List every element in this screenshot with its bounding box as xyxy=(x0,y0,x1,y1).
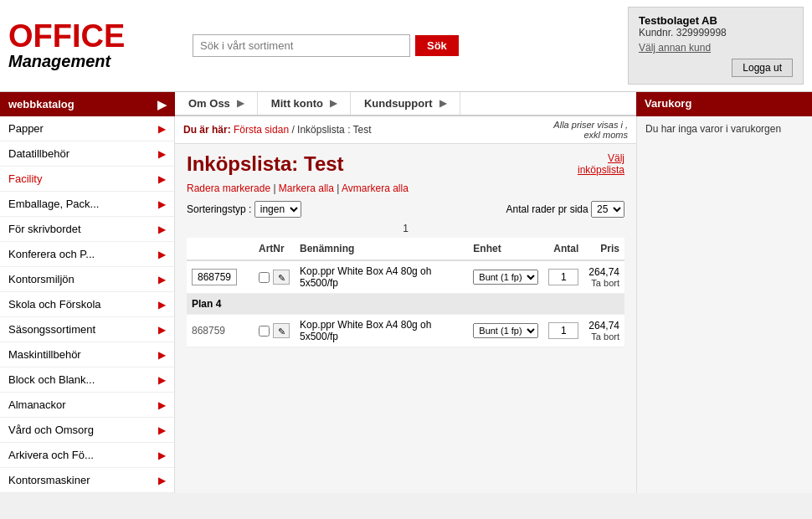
pagination: 1 xyxy=(187,223,624,234)
search-area: Sök xyxy=(176,34,619,57)
col-antal: Antal xyxy=(543,238,583,260)
row2-remove-link[interactable]: Ta bort xyxy=(588,331,619,342)
select-list-link[interactable]: Välj inköpslista xyxy=(578,152,624,176)
sidebar-item-datatillbehor[interactable]: Datatillbehör ▶ xyxy=(0,141,174,167)
breadcrumb-left: Du är här: Första sidan / Inköpslista : … xyxy=(183,124,372,136)
row2-price: 264,74 xyxy=(588,320,619,331)
logout-button[interactable]: Logga ut xyxy=(732,59,793,77)
row1-checkbox[interactable] xyxy=(259,272,270,283)
row1-name: Kop.ppr White Box A4 80g oh 5x500/fp xyxy=(295,260,468,294)
user-switch-link[interactable]: Välj annan kund xyxy=(639,42,793,54)
rows-label: Antal rader pr sida xyxy=(506,203,588,215)
sidebar-item-skrivbordet[interactable]: För skrivbordet ▶ xyxy=(0,217,174,242)
row2-price-cell: 264,74 Ta bort xyxy=(583,315,624,347)
nav-arrow-om-oss: ▶ xyxy=(237,98,244,109)
row2-checkbox-cell: ✎ xyxy=(254,315,295,347)
plan-label: Plan 4 xyxy=(187,294,624,315)
row2-edit-icon[interactable]: ✎ xyxy=(273,323,290,338)
row2-artnr: 868759 xyxy=(192,325,225,337)
nav-item-om-oss[interactable]: Om Oss ▶ xyxy=(175,92,258,115)
row2-unit-cell: Bunt (1 fp) xyxy=(468,315,543,347)
logo-mgmt: Management xyxy=(8,52,176,71)
sidebar-arrow: ▶ xyxy=(158,349,166,361)
sidebar-item-maskintillbehor[interactable]: Maskintillbehör ▶ xyxy=(0,342,174,367)
breadcrumb-second: Inköpslista xyxy=(297,124,345,136)
sort-label: Sorteringstyp : xyxy=(187,203,251,215)
col-artnr xyxy=(187,238,254,260)
row1-price: 264,74 xyxy=(588,266,619,278)
nav-item-mitt-konto[interactable]: Mitt konto ▶ xyxy=(258,92,351,115)
rows-select[interactable]: 25 xyxy=(591,201,624,218)
sidebar: Papper ▶ Datatillbehör ▶ Facility ▶ Emba… xyxy=(0,116,175,493)
search-input[interactable] xyxy=(193,34,410,57)
content-header: Inköpslista: Test Välj inköpslista xyxy=(187,152,624,176)
row1-artnr-box: 868759 xyxy=(192,269,237,285)
nav-arrow-kundsupport: ▶ xyxy=(439,98,446,109)
logo-office: OFFICE xyxy=(8,20,176,52)
page-title: Inköpslista: Test xyxy=(187,152,344,176)
deselect-all-link[interactable]: Avmarkera alla xyxy=(342,182,409,194)
table-row: 868759 ✎ Kop.ppr White Box A4 80g oh 5x5… xyxy=(187,315,624,347)
nav-item-kundsupport[interactable]: Kundsupport ▶ xyxy=(351,92,460,115)
sidebar-item-block[interactable]: Block och Blank... ▶ xyxy=(0,367,174,393)
row1-remove-link[interactable]: Ta bort xyxy=(588,278,619,288)
header: OFFICE Management Sök Testbolaget AB Kun… xyxy=(0,0,812,92)
sidebar-arrow: ▶ xyxy=(158,475,166,486)
row1-qty-cell xyxy=(543,260,583,294)
delete-selected-link[interactable]: Radera markerade xyxy=(187,182,270,194)
breadcrumb-du-ar-har: Du är här: xyxy=(183,124,231,136)
sidebar-item-almanackor[interactable]: Almanackor ▶ xyxy=(0,393,174,418)
row2-qty-cell xyxy=(543,315,583,347)
row1-unit-cell: Bunt (1 fp) xyxy=(468,260,543,294)
col-enhet: Enhet xyxy=(468,238,543,260)
sidebar-item-kontorsmaskiner[interactable]: Kontorsmaskiner ▶ xyxy=(0,468,174,493)
sidebar-arrow: ▶ xyxy=(158,299,166,311)
row2-artnr-cell: 868759 xyxy=(187,315,254,347)
center-column: Du är här: Första sidan / Inköpslista : … xyxy=(175,116,636,493)
nav-bar: webbkatalog ▶ Om Oss ▶ Mitt konto ▶ Kund… xyxy=(0,92,812,116)
logo-area: OFFICE Management xyxy=(8,20,176,71)
row2-qty-input[interactable] xyxy=(548,322,578,339)
sidebar-arrow: ▶ xyxy=(158,374,166,386)
sidebar-arrow: ▶ xyxy=(158,123,166,135)
table-row: 868759 ✎ Kop.ppr White Box A4 80g oh 5x5… xyxy=(187,260,624,294)
sidebar-item-vard[interactable]: Vård och Omsorg ▶ xyxy=(0,418,174,443)
sidebar-arrow: ▶ xyxy=(158,173,166,185)
row1-qty-input[interactable] xyxy=(548,269,578,285)
col-benamning: Benämning xyxy=(295,238,468,260)
row1-edit-icon[interactable]: ✎ xyxy=(273,270,290,285)
breadcrumb-third: Test xyxy=(353,124,372,136)
select-all-link[interactable]: Markera alla xyxy=(279,182,334,194)
sidebar-arrow: ▶ xyxy=(158,198,166,210)
sort-select[interactable]: ingen xyxy=(254,201,301,218)
content-area: Inköpslista: Test Välj inköpslista Rader… xyxy=(175,144,636,493)
sidebar-arrow: ▶ xyxy=(158,224,166,235)
row1-unit-select[interactable]: Bunt (1 fp) xyxy=(473,270,538,285)
sidebar-arrow: ▶ xyxy=(158,274,166,285)
sort-area: Sorteringstyp : ingen xyxy=(187,201,301,218)
breadcrumb: Du är här: Första sidan / Inköpslista : … xyxy=(175,116,636,144)
row2-unit-select[interactable]: Bunt (1 fp) xyxy=(473,323,538,338)
sidebar-item-facility[interactable]: Facility ▶ xyxy=(0,167,174,192)
row1-price-cell: 264,74 Ta bort xyxy=(583,260,624,294)
sidebar-item-arkivera[interactable]: Arkivera och Fö... ▶ xyxy=(0,443,174,468)
sidebar-item-papper[interactable]: Papper ▶ xyxy=(0,116,174,141)
sidebar-arrow: ▶ xyxy=(158,424,166,436)
sidebar-arrow: ▶ xyxy=(158,450,166,461)
sidebar-arrow: ▶ xyxy=(158,148,166,160)
breadcrumb-price-note: Alla priser visas i , exkl moms xyxy=(553,120,628,140)
sidebar-item-konferera[interactable]: Konferera och P... ▶ xyxy=(0,242,174,267)
col-artnr-label: ArtNr xyxy=(254,238,295,260)
sidebar-item-kontorsmiljon[interactable]: Kontorsmiljön ▶ xyxy=(0,267,174,292)
sidebar-item-sasong[interactable]: Säsongssortiment ▶ xyxy=(0,317,174,342)
rows-area: Antal rader pr sida 25 xyxy=(506,201,624,218)
breadcrumb-first[interactable]: Första sidan xyxy=(234,124,289,136)
row2-checkbox[interactable] xyxy=(259,326,270,337)
sidebar-item-skola[interactable]: Skola och Förskola ▶ xyxy=(0,292,174,317)
cart-empty-text: Du har inga varor i varukorgen xyxy=(645,123,804,135)
breadcrumb-sep2: : xyxy=(347,124,350,136)
search-button[interactable]: Sök xyxy=(415,35,459,56)
user-company: Testbolaget AB xyxy=(639,14,793,27)
items-table: ArtNr Benämning Enhet Antal Pris 868759 xyxy=(187,238,624,347)
sidebar-item-emballage[interactable]: Emballage, Pack... ▶ xyxy=(0,192,174,217)
